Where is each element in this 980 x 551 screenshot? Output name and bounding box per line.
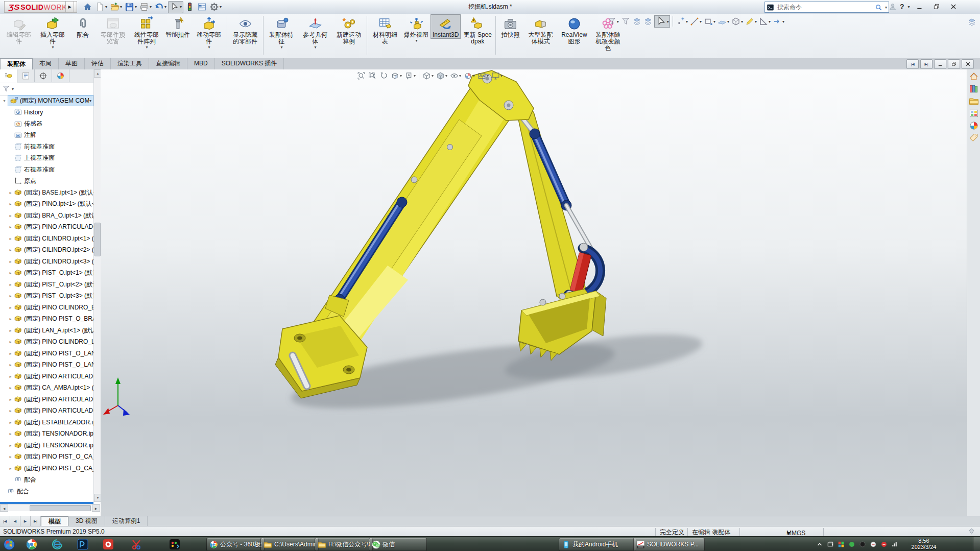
diamond-icon[interactable]	[968, 528, 975, 535]
expand-icon[interactable]: ▸	[7, 443, 14, 448]
tab-直接编辑[interactable]: 直接编辑	[149, 58, 187, 69]
tab-评估[interactable]: 评估	[85, 58, 111, 69]
select-cursor-button[interactable]: ▾	[654, 15, 670, 28]
toolbar-edge-icon[interactable]	[967, 16, 977, 28]
expand-icon[interactable]: ▸	[7, 420, 14, 425]
expand-icon[interactable]: ▸	[7, 397, 14, 402]
expand-icon[interactable]: ▸	[7, 409, 14, 413]
tree-item[interactable]: ▸(固定) PIST_O.ipt<3> (默认	[0, 291, 93, 302]
tree-item[interactable]: ▸(固定) BRA_O.ipt<1> (默认	[0, 210, 93, 222]
tree-item[interactable]: ▸(固定) PINO PIST_O_CA_AM	[0, 463, 93, 474]
expand-icon[interactable]: ▸	[7, 328, 14, 333]
expand-icon[interactable]: ▸	[7, 202, 14, 206]
tr-white-icon[interactable]	[870, 541, 877, 548]
tree-item[interactable]: ▸(固定) TENSIONADOR.ipt<	[0, 440, 93, 451]
hu-annot-button[interactable]: ▾	[403, 70, 417, 81]
dropdown-icon[interactable]: ▾	[220, 5, 222, 9]
expand-icon[interactable]: ▸	[7, 454, 14, 459]
scroll-left-icon[interactable]: ◀	[0, 505, 8, 512]
tr-net-icon[interactable]	[891, 541, 898, 548]
expand-icon[interactable]: ▸	[7, 259, 14, 264]
dropdown-icon[interactable]: ▾	[280, 45, 282, 50]
expand-icon[interactable]: ▸	[7, 317, 14, 321]
tree-item[interactable]: 配合	[0, 474, 93, 486]
tree-item[interactable]: ▸(固定) PIST_O.ipt<2> (默认	[0, 279, 93, 291]
ribbon-assembly-features-button[interactable]: 装配体特征▾	[265, 14, 298, 50]
doc-minimize-button[interactable]	[934, 59, 946, 69]
expand-icon[interactable]: ▸	[7, 363, 14, 367]
tree-item[interactable]: 右视基准面	[0, 164, 93, 176]
tree-item[interactable]: ▸(固定) CILINDRO.ipt<1> (默	[0, 233, 93, 245]
expand-icon[interactable]: ▸	[7, 305, 14, 310]
tree-item[interactable]: 注解	[0, 130, 93, 141]
settings-button[interactable]: ▾	[208, 2, 223, 13]
command-search[interactable]: ▾	[764, 2, 889, 13]
sf-funnel-button[interactable]: ▾	[607, 16, 619, 27]
expand-icon[interactable]: ▸	[7, 213, 14, 218]
doc-tab-模型[interactable]: 模型	[41, 516, 68, 526]
expand-icon[interactable]: ▸	[7, 294, 14, 298]
tp-palette-icon[interactable]	[969, 108, 979, 118]
search-scope-icon[interactable]	[767, 4, 774, 11]
filter-dropdown-icon[interactable]: ▾	[12, 87, 14, 91]
tree-item[interactable]: ▸(固定) PINO ARTICULADOR	[0, 405, 93, 417]
tb-red-icon[interactable]	[102, 538, 114, 550]
sn-line-button[interactable]: ▾	[689, 16, 702, 27]
search-magnifier-icon[interactable]	[875, 4, 882, 11]
tree-item[interactable]: ▸(固定) PINO CILINDRO_BR	[0, 302, 93, 314]
tree-item[interactable]: ▸(固定) PINO PIST_O_BRA_C	[0, 314, 93, 325]
doc-close-button[interactable]	[962, 59, 974, 69]
expand-icon[interactable]: ▸	[7, 386, 14, 390]
sf-funnel-button[interactable]	[620, 16, 631, 27]
home-button[interactable]	[82, 2, 93, 13]
ribbon-instant3d-button[interactable]: Instant3D	[431, 14, 461, 39]
help-button[interactable]: ?	[900, 3, 904, 11]
show-desktop-button[interactable]	[973, 537, 980, 551]
ribbon-large-assembly-button[interactable]: 大型装配体模式	[523, 14, 557, 45]
expand-icon[interactable]: ▸	[7, 466, 14, 471]
sn-cube-button[interactable]: ▾	[731, 16, 744, 27]
tp-library-icon[interactable]	[969, 84, 979, 94]
hu-zoomarea-button[interactable]	[367, 70, 378, 81]
tree-item[interactable]: ▸(固定) BASE.ipt<1> (默认<	[0, 187, 93, 199]
ribbon-snapshot-button[interactable]: 拍快照	[497, 14, 523, 39]
expand-icon[interactable]: ▸	[7, 282, 14, 287]
tr-win-icon[interactable]	[827, 541, 834, 548]
tr-up-icon[interactable]	[816, 541, 823, 548]
tb-sciss-icon[interactable]	[130, 538, 142, 550]
vertical-scroll-thumb[interactable]	[94, 223, 101, 256]
tree-item[interactable]: ▸(固定) PINO CILINDRO_LAI	[0, 337, 93, 348]
doc-tab-3D 视图[interactable]: 3D 视图	[68, 516, 105, 526]
tr-colors-icon[interactable]	[838, 541, 845, 548]
logo-flyout-arrow-icon[interactable]: ▶	[65, 1, 74, 13]
taskbar-button[interactable]: 公众号 - 360极速...	[206, 538, 265, 551]
expand-icon[interactable]: ▸	[7, 236, 14, 241]
hu-scene-button[interactable]: ▾	[476, 70, 490, 81]
restore-button[interactable]	[930, 2, 944, 12]
save-button[interactable]: ▾	[124, 2, 138, 13]
new-doc-button[interactable]: ▾	[94, 2, 108, 13]
expand-icon[interactable]: ▸	[7, 432, 14, 436]
tree-item[interactable]: ▸(固定) LAN_A.ipt<1> (默认	[0, 325, 93, 337]
funnel-icon[interactable]	[2, 85, 10, 93]
search-input[interactable]	[776, 3, 873, 11]
ribbon-smart-fastener-button[interactable]: 智能扣件	[163, 14, 192, 39]
ribbon-reference-geometry-button[interactable]: 参考几何体▾	[298, 14, 332, 50]
taskbar-button[interactable]: H:\微信公众号\0...	[315, 538, 373, 551]
tab-草图[interactable]: 草图	[59, 58, 85, 69]
user-account-icon[interactable]	[889, 3, 897, 11]
sn-plane-button[interactable]: ▾	[717, 16, 730, 27]
ribbon-exploded-view-button[interactable]: 爆炸视图▾	[402, 14, 431, 43]
tb-ie-icon[interactable]	[51, 538, 63, 550]
dropdown-icon[interactable]: ▾	[208, 45, 210, 50]
tree-vertical-scrollbar[interactable]: ▲ ▼	[93, 69, 101, 502]
taskbar-button[interactable]: C:\Users\Admini...	[260, 538, 319, 551]
panel-tab-feature-manager[interactable]	[0, 69, 17, 83]
tree-item[interactable]: ▸(固定) PINO PIST_O_LAN_A	[0, 348, 93, 360]
expand-icon[interactable]: ▸	[7, 248, 14, 252]
tree-item[interactable]: ▸(固定) PINO ARTICULADOR	[0, 222, 93, 233]
horizontal-scroll-thumb[interactable]	[30, 505, 91, 511]
options-button[interactable]	[196, 2, 208, 13]
doc-nav-button[interactable]: |◀	[0, 516, 10, 526]
panel-tab-configuration-manager[interactable]	[35, 69, 52, 82]
